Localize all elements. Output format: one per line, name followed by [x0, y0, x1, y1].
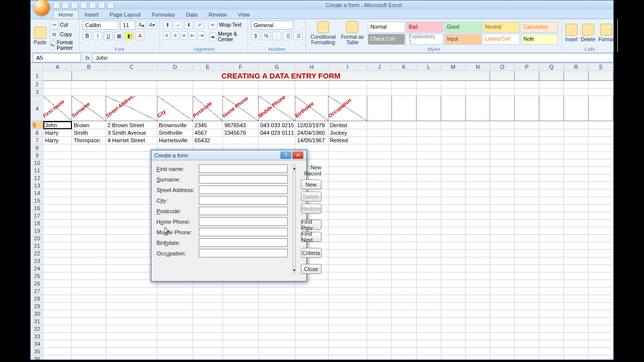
orientation-icon[interactable]: ⤢ [195, 21, 204, 29]
indent-dec-icon[interactable]: ⇤ [189, 31, 196, 40]
cell-A6[interactable]: Harry [43, 129, 72, 137]
align-center-icon[interactable]: ≡ [172, 31, 179, 40]
col-header-P[interactable]: P [515, 63, 539, 71]
header-first-name[interactable]: First name [43, 96, 72, 121]
header-city[interactable]: City [157, 96, 193, 121]
currency-icon[interactable]: $ [251, 32, 260, 40]
scroll-up-icon[interactable]: ▴ [293, 165, 295, 172]
header-mobile-phone[interactable]: Mobile Phone [259, 96, 295, 121]
cell-A5[interactable]: John [43, 121, 72, 129]
col-header-F[interactable]: F [222, 63, 258, 71]
cell-O5[interactable] [490, 121, 515, 129]
row-header-27[interactable]: 27 [31, 288, 43, 295]
tab-review[interactable]: Review [204, 11, 232, 19]
cell-H5[interactable]: 12/03/1978 [295, 121, 328, 129]
underline-button[interactable]: U [104, 32, 113, 40]
row-header-19[interactable]: 19 [31, 227, 43, 235]
field-input-city[interactable] [199, 196, 288, 205]
cell-S6[interactable] [588, 129, 613, 137]
row-header-10[interactable]: 10 [31, 159, 43, 167]
restore-button[interactable]: Restore [301, 204, 321, 214]
qat-redo-icon[interactable] [71, 2, 78, 9]
copy-button[interactable]: ⧉Copy [50, 30, 76, 39]
style-neutral[interactable]: Neutral [482, 22, 520, 33]
merge-center-button[interactable]: ⬌Merge & Center [209, 31, 245, 42]
name-box[interactable]: A5 [33, 53, 81, 62]
style-good[interactable]: Good [444, 22, 481, 33]
paste-button[interactable]: Paste [34, 27, 47, 45]
header-birthdate[interactable]: Birthdate [295, 96, 328, 121]
conditional-formatting-button[interactable]: Conditional Formatting [309, 21, 337, 45]
row-header-21[interactable]: 21 [31, 242, 43, 250]
field-input-occupation[interactable] [199, 249, 288, 257]
col-header-S[interactable]: S [588, 63, 613, 71]
delete-button[interactable]: Delete [301, 192, 321, 202]
row-header-6[interactable]: 6 [31, 129, 43, 137]
align-top-icon[interactable]: ⬆ [163, 21, 172, 29]
record-scrollbar[interactable]: ▴ ▾ [293, 164, 296, 274]
row-header-31[interactable]: 31 [31, 318, 43, 325]
insert-cells-button[interactable]: Insert [565, 24, 578, 42]
col-header-A[interactable]: A [43, 63, 72, 71]
cell-N6[interactable] [465, 129, 490, 137]
percent-icon[interactable]: % [262, 32, 271, 40]
cell-G5[interactable]: 043 033 0215 [259, 121, 295, 129]
row-header-12[interactable]: 12 [31, 174, 43, 182]
cell-H7[interactable]: 14/05/1967 [295, 137, 328, 144]
align-bottom-icon[interactable]: ⬇ [184, 21, 193, 29]
new-button[interactable]: New [301, 179, 321, 190]
header-postcode[interactable]: Postcode [193, 96, 222, 121]
cell-L5[interactable] [416, 121, 441, 129]
cell-R5[interactable] [564, 121, 589, 129]
field-input-first-name[interactable] [199, 164, 288, 173]
header-surname[interactable]: Surname [72, 96, 106, 121]
sheet-title[interactable]: CREATING A DATA ENTRY FORM [72, 71, 490, 81]
row-header-33[interactable]: 33 [31, 333, 43, 340]
row-header-32[interactable]: 32 [31, 325, 43, 333]
style-explanatory-t-[interactable]: Explanatory T... [406, 34, 443, 45]
cell-N7[interactable] [465, 137, 490, 144]
row-header-36[interactable]: 36 [31, 355, 43, 360]
format-as-table-button[interactable]: Format as Table [340, 21, 364, 45]
cell-B6[interactable]: Smith [72, 129, 106, 137]
style-bad[interactable]: Bad [406, 22, 443, 33]
font-size-select[interactable]: 11 [120, 21, 135, 30]
col-header-D[interactable]: D [157, 63, 193, 71]
style-input[interactable]: Input [444, 34, 481, 45]
shrink-font-icon[interactable]: A▾ [147, 21, 156, 29]
row-header-20[interactable]: 20 [31, 235, 43, 242]
row-header-1[interactable]: 1 [31, 71, 43, 81]
header-occupation[interactable]: Occupation [328, 96, 367, 121]
header-home-phone[interactable]: Home Phone [222, 96, 258, 121]
cell-K7[interactable] [391, 137, 416, 144]
cell-D7[interactable]: Harrietsville [157, 137, 193, 144]
qat-new-icon[interactable] [89, 2, 96, 9]
cell-H6[interactable]: 24/04/1980 [295, 129, 328, 137]
tab-data[interactable]: Data [181, 11, 202, 19]
align-middle-icon[interactable]: ↔ [174, 21, 183, 29]
cell-O7[interactable] [490, 137, 515, 144]
find-next-button[interactable]: Find Next [301, 232, 321, 242]
close-button[interactable]: Close [301, 264, 321, 274]
style-linked-cell[interactable]: Linked Cell [482, 34, 520, 45]
row-header-8[interactable]: 8 [31, 144, 43, 152]
row-header-25[interactable]: 25 [31, 273, 43, 280]
row-header-30[interactable]: 30 [31, 310, 43, 318]
row-header-29[interactable]: 29 [31, 303, 43, 310]
number-format-select[interactable]: General [251, 21, 293, 30]
cell-K6[interactable] [391, 129, 416, 137]
cell-G7[interactable] [259, 137, 295, 144]
row-header-34[interactable]: 34 [31, 340, 43, 348]
row-header-18[interactable]: 18 [31, 220, 43, 227]
cut-button[interactable]: ✂Cut [50, 21, 76, 29]
col-header-K[interactable]: K [391, 63, 416, 71]
indent-inc-icon[interactable]: ⇥ [198, 31, 205, 40]
tab-home[interactable]: Home [53, 10, 78, 19]
cell-C6[interactable]: 3 Smith Avenue [106, 129, 157, 137]
clear-button[interactable]: ⌫Clear [621, 34, 641, 39]
dec-decimal-icon[interactable]: .0 [293, 32, 302, 40]
cell-I6[interactable]: Jockey [328, 129, 367, 137]
worksheet[interactable]: ABCDEFGHIJKLMNOPQRS1CREATING A DATA ENTR… [31, 63, 613, 359]
cell-N5[interactable] [465, 121, 490, 129]
tab-view[interactable]: View [233, 11, 255, 19]
